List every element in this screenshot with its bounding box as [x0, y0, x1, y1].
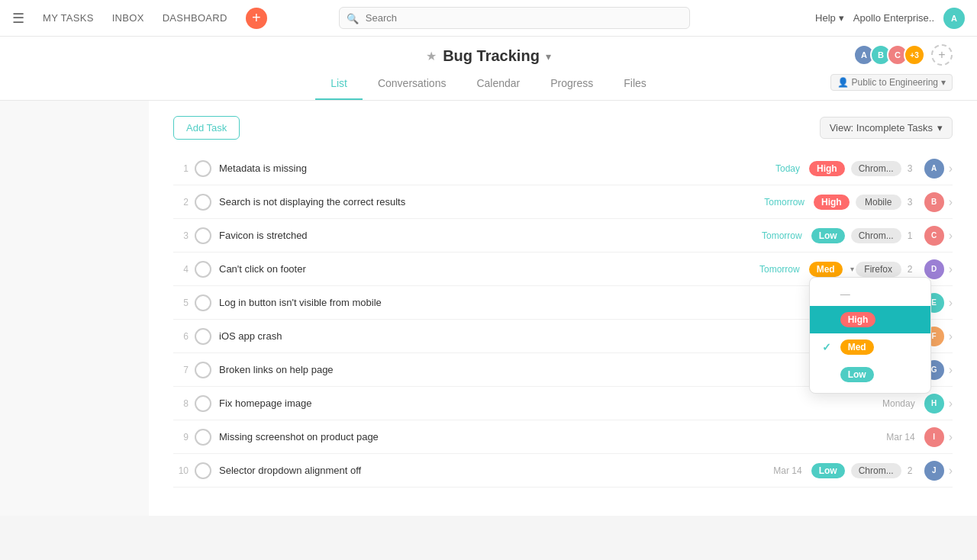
task-name[interactable]: Broken links on help page	[219, 364, 862, 375]
priority-tag[interactable]: Med	[809, 262, 843, 277]
row-more-icon[interactable]: ›	[949, 363, 953, 377]
view-selector[interactable]: View: Incomplete Tasks ▾	[820, 117, 953, 139]
dropdown-option-empty[interactable]: —	[810, 282, 930, 306]
task-checkbox[interactable]	[195, 227, 211, 244]
search-input[interactable]	[339, 7, 690, 29]
platform-tag[interactable]: Chrom...	[851, 161, 901, 176]
project-chevron-icon[interactable]: ▾	[546, 50, 551, 63]
add-people-button[interactable]: +	[931, 44, 953, 66]
task-checkbox[interactable]	[195, 362, 211, 378]
menu-icon[interactable]: ☰	[12, 10, 24, 27]
task-count: 1	[908, 230, 917, 241]
user-avatar[interactable]: A	[943, 8, 965, 29]
view-chevron-icon: ▾	[937, 122, 943, 134]
help-button[interactable]: Help ▾	[815, 12, 844, 24]
tab-conversations[interactable]: Conversations	[363, 71, 462, 100]
task-checkbox[interactable]	[195, 395, 211, 412]
table-row: 9 Missing screenshot on product page Mar…	[173, 420, 953, 454]
med-check-icon: ✓	[822, 341, 834, 353]
dashboard-link[interactable]: DASHBOARD	[163, 12, 227, 24]
row-number: 5	[173, 298, 195, 308]
task-avatar: B	[924, 192, 944, 212]
row-more-icon[interactable]: ›	[949, 195, 953, 209]
help-label: Help	[815, 12, 836, 24]
dropdown-option-med[interactable]: ✓ Med	[810, 333, 930, 361]
row-more-icon[interactable]: ›	[949, 296, 953, 310]
task-checkbox[interactable]	[195, 429, 211, 446]
task-avatar: A	[924, 159, 944, 179]
task-name[interactable]: Favicon is stretched	[219, 230, 749, 241]
search-bar: 🔍	[339, 7, 690, 29]
priority-tag[interactable]: Low	[811, 463, 845, 478]
task-date: Today	[746, 163, 800, 174]
my-tasks-link[interactable]: MY TASKS	[43, 12, 94, 24]
row-more-icon[interactable]: ›	[949, 162, 953, 175]
task-checkbox[interactable]	[195, 160, 211, 177]
task-name[interactable]: Log in button isn't visible from mobile	[219, 297, 862, 308]
tab-progress[interactable]: Progress	[535, 71, 608, 100]
search-icon: 🔍	[347, 12, 359, 24]
task-name[interactable]: iOS app crash	[219, 330, 862, 342]
task-name[interactable]: Missing screenshot on product page	[219, 431, 862, 443]
task-date: Tomorrow	[751, 197, 804, 208]
task-name[interactable]: Selector dropdown alignment off	[219, 465, 749, 476]
table-row: 4 Can't click on footer Tomorrow Med ▾ —	[173, 253, 953, 286]
project-header: ★ Bug Tracking ▾ A B C +3 + List Convers…	[0, 37, 977, 101]
tab-calendar[interactable]: Calendar	[461, 71, 535, 100]
task-avatar: H	[924, 394, 944, 414]
task-name[interactable]: Can't click on footer	[219, 263, 746, 275]
priority-tag[interactable]: High	[814, 195, 850, 210]
task-date: Tomorrow	[749, 230, 802, 241]
row-number: 2	[173, 197, 195, 208]
tab-files[interactable]: Files	[608, 71, 662, 100]
platform-tag[interactable]: Chrom...	[851, 228, 901, 243]
toolbar: Add Task View: Incomplete Tasks ▾	[173, 116, 953, 140]
task-name[interactable]: Fix homepage image	[219, 397, 862, 409]
task-checkbox[interactable]	[195, 194, 211, 211]
row-number: 9	[173, 432, 195, 443]
add-button[interactable]: +	[246, 8, 267, 29]
row-number: 6	[173, 331, 195, 342]
dropdown-low-tag: Low	[840, 367, 874, 382]
row-more-icon[interactable]: ›	[949, 262, 953, 276]
content-area: Add Task View: Incomplete Tasks ▾ 1 Meta…	[149, 101, 977, 516]
task-count: 3	[908, 163, 917, 174]
platform-tag[interactable]: Firefox	[856, 262, 901, 277]
dropdown-option-high[interactable]: High	[810, 306, 930, 333]
add-task-button[interactable]: Add Task	[173, 116, 240, 140]
task-checkbox[interactable]	[195, 294, 211, 311]
platform-tag[interactable]: Chrom...	[851, 463, 901, 478]
task-avatar: C	[924, 226, 944, 246]
project-title-row: ★ Bug Tracking ▾	[426, 37, 551, 71]
platform-tag[interactable]: Mobile	[856, 195, 901, 210]
task-table: 1 Metadata is missing Today High Chrom..…	[173, 152, 953, 488]
row-number: 8	[173, 398, 195, 409]
task-name[interactable]: Search is not displaying the correct res…	[219, 196, 751, 208]
priority-chevron-button[interactable]: ▾	[849, 265, 856, 273]
priority-tag[interactable]: High	[809, 161, 845, 176]
star-icon[interactable]: ★	[426, 49, 437, 63]
task-checkbox[interactable]	[195, 462, 211, 479]
task-date: Monday	[862, 398, 915, 409]
priority-dropdown-menu: — High ✓ Med Low	[809, 277, 931, 394]
row-more-icon[interactable]: ›	[949, 464, 953, 478]
dropdown-option-low[interactable]: Low	[810, 361, 930, 388]
row-more-icon[interactable]: ›	[949, 397, 953, 410]
inbox-link[interactable]: INBOX	[112, 12, 144, 24]
task-checkbox[interactable]	[195, 261, 211, 278]
task-date: Tomorrow	[746, 264, 800, 275]
task-date: Mar 14	[749, 465, 802, 476]
tab-list[interactable]: List	[315, 71, 363, 100]
row-more-icon[interactable]: ›	[949, 229, 953, 243]
public-badge[interactable]: 👤 Public to Engineering ▾	[830, 74, 953, 91]
row-more-icon[interactable]: ›	[949, 330, 953, 343]
row-number: 4	[173, 264, 195, 275]
task-checkbox[interactable]	[195, 328, 211, 345]
task-name[interactable]: Metadata is missing	[219, 163, 746, 174]
row-more-icon[interactable]: ›	[949, 430, 953, 444]
task-date: Mar 14	[862, 432, 915, 443]
priority-tag[interactable]: Low	[811, 228, 845, 243]
public-label: Public to Engineering	[852, 77, 938, 88]
help-chevron-icon: ▾	[839, 12, 844, 24]
row-number: 3	[173, 230, 195, 241]
